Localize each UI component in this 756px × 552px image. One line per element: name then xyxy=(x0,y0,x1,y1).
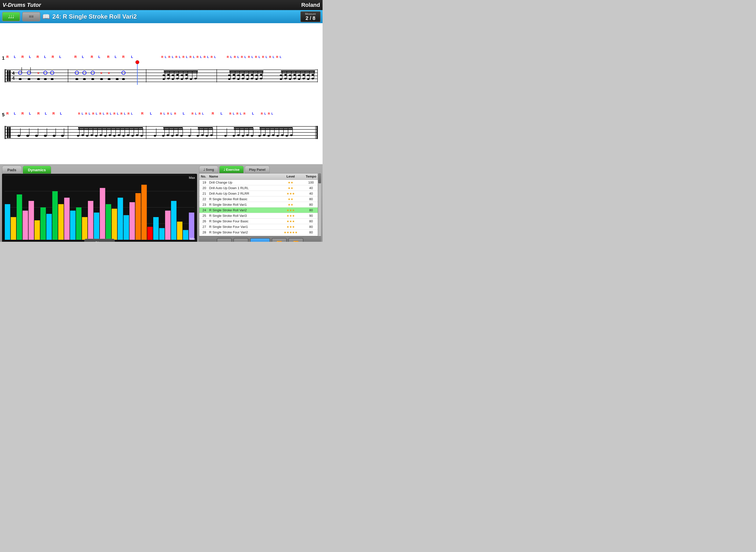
svg-point-246 xyxy=(95,135,98,137)
svg-text:R: R xyxy=(21,55,24,59)
exercise-tempo: 80 xyxy=(304,230,318,235)
exercise-level: ★★ xyxy=(277,179,304,185)
svg-text:L: L xyxy=(172,55,174,58)
svg-point-317 xyxy=(272,134,275,136)
col-header-tempo: Tempo xyxy=(304,173,318,179)
svg-text:R: R xyxy=(113,112,115,115)
svg-text:R: R xyxy=(85,112,87,115)
svg-point-104 xyxy=(181,75,183,76)
svg-point-101 xyxy=(167,74,170,76)
svg-text:R: R xyxy=(269,55,271,58)
svg-point-255 xyxy=(136,134,138,136)
exercise-no: 20 xyxy=(199,185,208,191)
play-panel-tab[interactable]: Play Panel xyxy=(245,166,269,173)
svg-point-236 xyxy=(44,135,47,137)
pads-tab[interactable]: Pads xyxy=(2,166,22,174)
clear-button[interactable]: Clear xyxy=(84,239,115,242)
scrollbar-thumb[interactable] xyxy=(318,173,321,183)
svg-point-277 xyxy=(167,134,169,136)
svg-text:R: R xyxy=(174,112,176,115)
stop-button[interactable]: ■ xyxy=(233,238,248,242)
svg-rect-282 xyxy=(163,129,183,130)
exercise-level: ★★ xyxy=(277,202,304,208)
fast-forward-button[interactable]: ⏩ xyxy=(288,238,303,242)
svg-point-116 xyxy=(228,78,231,80)
svg-text:×: × xyxy=(37,71,39,75)
svg-rect-132 xyxy=(229,71,263,72)
svg-text:L: L xyxy=(230,55,232,58)
svg-text:L: L xyxy=(89,112,91,115)
table-row[interactable]: 26 R Single Stroke Four Basic ★★★ 80 xyxy=(199,219,318,224)
svg-text:L: L xyxy=(251,55,253,58)
right-tab-bar: ♩ Song ♩ Exercise Play Panel xyxy=(199,166,321,173)
song-tab[interactable]: ♩ Song xyxy=(199,166,218,173)
svg-text:R: R xyxy=(92,112,94,115)
rewind-button[interactable]: ⏪ xyxy=(272,238,287,242)
skip-back-icon: ⏮ xyxy=(222,241,227,242)
svg-point-124 xyxy=(228,75,231,76)
svg-text:L: L xyxy=(171,112,173,115)
svg-point-146 xyxy=(298,78,300,80)
svg-text:R: R xyxy=(122,55,125,59)
svg-text:L: L xyxy=(98,55,100,59)
svg-point-130 xyxy=(255,75,258,76)
svg-text:L: L xyxy=(264,112,266,115)
svg-point-100 xyxy=(163,75,165,76)
skip-back-button[interactable]: ⏮ xyxy=(217,238,232,242)
play-button[interactable]: ▶ xyxy=(250,238,270,242)
svg-point-251 xyxy=(118,134,120,136)
svg-text:L: L xyxy=(220,112,222,115)
dynamics-tab[interactable]: Dynamics xyxy=(23,166,51,174)
svg-text:L: L xyxy=(96,112,98,115)
table-row[interactable]: 25 R Single Stroke Roll Vari3 ★★★ 90 xyxy=(199,213,318,219)
exercise-tab[interactable]: ♩ Exercise xyxy=(219,166,244,173)
svg-text:L: L xyxy=(115,55,117,59)
svg-point-88 xyxy=(108,78,111,80)
music-view-button[interactable]: ♩♩♩ xyxy=(2,12,20,21)
table-row[interactable]: 19 Drill Change Up ★★ 100 xyxy=(199,179,318,185)
exercise-tempo: 80 xyxy=(304,224,318,230)
exercise-tab-label: ♩ Exercise xyxy=(224,168,239,171)
svg-point-230 xyxy=(17,135,20,137)
svg-text:R: R xyxy=(243,112,245,115)
list-scrollbar[interactable] xyxy=(318,173,321,236)
exercise-tempo: 80 xyxy=(304,202,318,208)
svg-text:L: L xyxy=(165,55,167,58)
table-row[interactable]: 27 R Single Stroke Four Vari1 ★★★ 80 xyxy=(199,224,318,230)
svg-text:R: R xyxy=(276,55,278,58)
exercise-level: ★★★ xyxy=(277,208,304,213)
table-row[interactable]: 28 R Single Stroke Four Vari2 ★★★★★ 80 xyxy=(199,230,318,235)
svg-text:L: L xyxy=(252,112,254,115)
svg-text:L: L xyxy=(244,55,246,58)
table-row[interactable]: 20 Drill Auto Up Down 1 RLRL ★★ 40 xyxy=(199,185,318,191)
svg-point-238 xyxy=(53,135,56,137)
svg-point-300 xyxy=(224,135,227,137)
svg-point-319 xyxy=(281,134,284,136)
pads-tab-label: Pads xyxy=(7,168,16,172)
svg-text:R: R xyxy=(261,112,263,115)
svg-text:L: L xyxy=(124,112,126,115)
svg-text:L: L xyxy=(29,55,31,59)
svg-text:L: L xyxy=(200,55,202,58)
table-row[interactable]: 23 R Single Stroke Roll Vari1 ★★ 80 xyxy=(199,202,318,208)
svg-point-249 xyxy=(109,134,111,136)
list-view-button[interactable]: ≡≡ xyxy=(22,12,40,21)
svg-point-155 xyxy=(302,74,305,76)
exercise-level: ★★★★★ xyxy=(277,230,304,235)
svg-text:R: R xyxy=(168,55,170,58)
exercise-no: 26 xyxy=(199,219,208,224)
svg-point-142 xyxy=(280,78,282,80)
svg-text:R: R xyxy=(183,55,185,58)
table-row[interactable]: 21 Drill Auto Up Down 2 RLRR ★★★ 40 xyxy=(199,191,318,196)
svg-text:R: R xyxy=(37,112,40,115)
svg-text:R: R xyxy=(227,55,229,58)
svg-rect-323 xyxy=(259,129,293,130)
svg-text:R: R xyxy=(190,55,192,58)
svg-text:L: L xyxy=(44,55,46,59)
svg-text:R: R xyxy=(268,112,270,115)
table-row[interactable]: 24 R Single Stroke Roll Vari2 ★★★ 80 xyxy=(199,208,318,213)
svg-point-306 xyxy=(251,135,253,137)
svg-text:4: 4 xyxy=(12,76,15,81)
svg-text:R: R xyxy=(99,112,101,115)
table-row[interactable]: 22 R Single Stroke Roll Basic ★★ 80 xyxy=(199,196,318,202)
